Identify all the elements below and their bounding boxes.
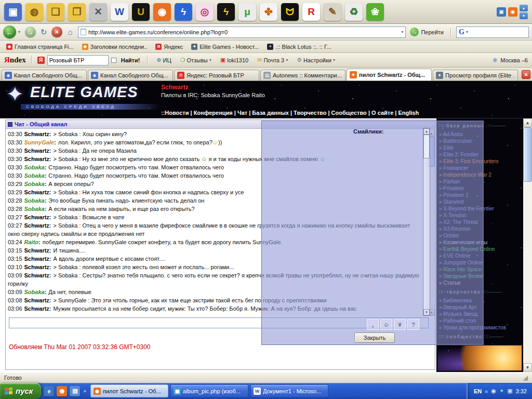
tray-network-icon[interactable]: ▣ <box>507 388 512 394</box>
scroll-down-icon[interactable] <box>523 363 532 372</box>
site-navigation[interactable]: ::Новости | Конференция | Чат | База дан… <box>161 110 419 116</box>
message-author[interactable]: Schwartz <box>24 214 51 220</box>
scrollbar-thumb[interactable] <box>423 135 430 158</box>
message-author[interactable]: Schwartz <box>24 131 51 137</box>
message-author[interactable]: Schwartz <box>24 148 51 154</box>
scroll-up-icon[interactable] <box>523 118 532 127</box>
stop-button[interactable] <box>51 26 62 37</box>
bookmark-item[interactable]: ◆ Главная страница Fi... <box>6 44 74 50</box>
word-icon[interactable]: W <box>111 3 128 21</box>
unreal-icon[interactable]: U <box>132 3 150 21</box>
message-author[interactable]: Raito <box>24 239 41 245</box>
message-author[interactable]: Schwartz <box>24 247 51 254</box>
browser-tab[interactable]: ◈ Канал Свободного Общ... <box>88 70 173 81</box>
yandex-settings[interactable]: ⚙ Настройки <box>297 57 335 63</box>
message-author[interactable]: Sobaka <box>24 206 47 212</box>
yandex-account[interactable]: ▣ loki1310 <box>220 57 248 63</box>
search-engine-dropdown-icon[interactable] <box>466 30 468 34</box>
message-author[interactable]: Sobaka <box>24 172 47 179</box>
site-logo[interactable]: ELITE GAMES <box>30 84 138 101</box>
clock[interactable]: 3:32 <box>516 388 527 394</box>
smiley-slot[interactable]: ¥ <box>394 319 406 330</box>
hidden-icons-chevron[interactable]: « <box>485 388 488 394</box>
yandex-mail[interactable]: ✉ Почта 3 <box>257 57 288 63</box>
message-author[interactable]: Sobaka <box>24 197 47 204</box>
message-author[interactable]: Schwartz <box>24 305 51 312</box>
bookmark-item[interactable]: ✦ .:: Black Lotus ::. :: Г... <box>267 44 331 50</box>
browser-tab[interactable]: ▤ Autonews :: Комментари... <box>260 70 345 81</box>
paint-tools-icon[interactable]: ✎ <box>324 3 341 21</box>
icq-flower-icon[interactable]: ❀ <box>366 3 384 21</box>
message-author[interactable]: Schwartz <box>24 189 51 195</box>
message-author[interactable]: Schwartz <box>24 297 51 303</box>
yandex-search-input[interactable] <box>47 55 109 65</box>
message-author[interactable]: Schwartz <box>24 264 51 270</box>
back-history-dropdown-icon[interactable] <box>18 30 23 34</box>
yandex-checkbox[interactable] <box>111 58 116 63</box>
yandex-find-button[interactable]: Найти! <box>121 57 140 63</box>
blue-lightning-icon[interactable]: ϟ <box>175 3 192 21</box>
space-art-image[interactable] <box>437 345 522 371</box>
folder-icon[interactable]: ❒ <box>68 3 86 21</box>
realplayer-icon[interactable]: R <box>302 3 320 21</box>
message-author[interactable]: SunnyGale <box>24 139 56 145</box>
yandex-weather[interactable]: Москва –6 <box>493 57 528 64</box>
browser-tab[interactable]: ◈ Канал Свободного Общ... <box>2 70 87 81</box>
message-author[interactable]: Schwartz <box>24 222 51 229</box>
tray-antivirus-icon[interactable]: ✦ <box>499 388 504 394</box>
message-author[interactable]: Schwartz <box>24 256 51 262</box>
scroll-down-icon[interactable] <box>520 12 528 19</box>
resize-grip[interactable] <box>523 374 528 381</box>
dvd-player-icon[interactable]: ◎ <box>196 3 214 21</box>
yandex-logo[interactable]: Яndex <box>4 56 26 64</box>
mini-firefox-icon[interactable]: ◉ <box>508 7 517 17</box>
address-bar[interactable] <box>78 26 406 38</box>
language-indicator[interactable]: EN <box>474 388 482 394</box>
search-box[interactable]: G <box>456 26 529 38</box>
message-author[interactable]: Sobaka <box>24 181 47 187</box>
smiley-slot[interactable]: ? <box>407 319 419 330</box>
app-window-icon[interactable]: ▣ <box>4 3 22 21</box>
message-author[interactable]: Sobaka <box>24 164 47 170</box>
close-tab-button[interactable] <box>522 70 530 79</box>
network-places-icon[interactable]: ◍ <box>25 3 43 21</box>
recycle-bin-icon[interactable]: ♻ <box>345 3 363 21</box>
tray-app-icon[interactable]: ◉ <box>491 388 496 394</box>
message-author[interactable]: Schwartz <box>24 156 51 162</box>
scrollbar-thumb[interactable] <box>523 127 532 182</box>
documents-folder-icon[interactable]: ❏ <box>47 3 64 21</box>
scroll-up-icon[interactable] <box>520 5 528 11</box>
bookmark-item[interactable]: ◆ Заголовки последни.. <box>82 44 148 50</box>
message-author[interactable]: Schwartz <box>24 272 51 278</box>
smiley-slot[interactable]: „ <box>367 319 379 330</box>
go-button[interactable]: Перейти <box>408 28 446 36</box>
utorrent-icon[interactable]: μ <box>238 3 256 21</box>
close-overlay-button[interactable]: Закрыть <box>354 332 395 343</box>
smiley-overlay-scrollbar[interactable] <box>423 128 430 316</box>
firefox-icon[interactable]: ◉ <box>153 3 171 21</box>
firefox-quick-launch-icon[interactable]: ◉ <box>57 386 67 396</box>
yandex-citation-index[interactable]: ⊕ ИЦ <box>156 57 171 63</box>
show-desktop-icon[interactable]: ▤ <box>70 386 80 396</box>
address-input[interactable] <box>88 29 399 35</box>
close-window-icon[interactable]: ✕ <box>89 3 107 21</box>
search-input[interactable] <box>470 29 526 35</box>
color-balls-icon[interactable]: ✤ <box>260 3 277 21</box>
refresh-button[interactable] <box>38 26 49 38</box>
ie-quick-launch-icon[interactable]: e <box>44 386 54 396</box>
smiley-slot[interactable]: ☺ <box>380 319 392 330</box>
address-dropdown-icon[interactable] <box>401 30 403 34</box>
home-button[interactable] <box>64 26 76 38</box>
browser-tab[interactable]: ✦ пилот Schwartz - Общ... <box>347 69 432 81</box>
batman-icon[interactable]: ᗢ <box>281 3 299 21</box>
scroll-down-icon[interactable] <box>423 309 430 315</box>
yandex-reviews[interactable]: ❍ Отзывы <box>180 57 211 63</box>
browser-tab[interactable]: Я Яндекс: Розовый БТР <box>174 70 259 81</box>
page-scrollbar[interactable] <box>523 118 532 372</box>
taskbar-task-button[interactable]: W Документ1 - Microso... <box>250 384 328 397</box>
start-button[interactable]: пуск <box>0 383 41 399</box>
message-author[interactable]: Sobaka <box>24 289 47 295</box>
bookmark-item[interactable]: ✦ Elite Games - Новост... <box>191 44 259 50</box>
mini-window-icon[interactable]: ▣ <box>497 7 506 17</box>
forward-button[interactable] <box>25 26 36 37</box>
